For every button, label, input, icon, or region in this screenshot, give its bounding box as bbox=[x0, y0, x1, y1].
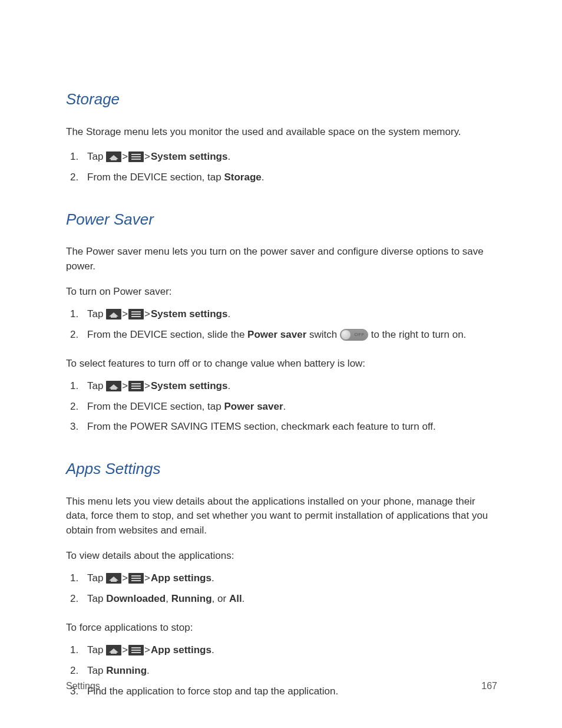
step-bold: Power saver bbox=[224, 401, 283, 412]
menu-icon bbox=[128, 573, 144, 584]
step-text: From the DEVICE section, tap bbox=[87, 401, 224, 412]
list-item: Tap > > App settings. bbox=[81, 571, 497, 586]
subintro: To force applications to stop: bbox=[66, 621, 497, 635]
step-text: Tap bbox=[87, 151, 106, 162]
step-text: Tap bbox=[87, 665, 106, 676]
subintro: To view details about the applications: bbox=[66, 549, 497, 564]
step-text: . bbox=[227, 308, 230, 319]
list-item: From the DEVICE section, slide the Power… bbox=[81, 328, 497, 342]
step-text: , or bbox=[212, 593, 229, 604]
list-item: From the POWER SAVING ITEMS section, che… bbox=[81, 420, 497, 434]
caret-right-icon: > bbox=[122, 643, 128, 658]
steps-apps-a: Tap > > App settings. Tap Downloaded, Ru… bbox=[81, 571, 497, 606]
intro-powersaver: The Power saver menu lets you turn on th… bbox=[66, 245, 497, 274]
step-bold: System settings bbox=[151, 308, 227, 319]
step-bold: Power saver bbox=[247, 329, 306, 340]
home-icon bbox=[106, 381, 121, 391]
step-text: switch bbox=[306, 329, 340, 340]
step-text: From the POWER SAVING ITEMS section, che… bbox=[87, 421, 436, 432]
step-text: Tap bbox=[87, 644, 106, 655]
list-item: Tap > > App settings. bbox=[81, 643, 497, 658]
list-item: Tap > > System settings. bbox=[81, 150, 497, 164]
home-icon bbox=[106, 573, 121, 584]
step-bold: Storage bbox=[224, 172, 261, 183]
caret-right-icon: > bbox=[144, 307, 150, 322]
list-item: Tap Running. bbox=[81, 664, 497, 678]
step-text: Tap bbox=[87, 308, 106, 319]
step-text: . bbox=[227, 380, 230, 391]
caret-right-icon: > bbox=[144, 643, 150, 658]
step-bold: App settings bbox=[151, 572, 211, 584]
heading-apps: Apps Settings bbox=[66, 458, 497, 480]
home-icon bbox=[106, 645, 121, 655]
step-text: Tap bbox=[87, 593, 106, 604]
step-bold: Running bbox=[171, 593, 212, 604]
step-text: Tap bbox=[87, 380, 106, 391]
step-text: . bbox=[211, 572, 214, 584]
heading-powersaver: Power Saver bbox=[66, 209, 497, 231]
step-bold: Downloaded bbox=[106, 593, 166, 604]
list-item: Tap > > System settings. bbox=[81, 379, 497, 394]
menu-icon bbox=[128, 381, 144, 391]
step-text: . bbox=[262, 172, 265, 183]
list-item: From the DEVICE section, tap Power saver… bbox=[81, 400, 497, 414]
step-bold: Running bbox=[106, 665, 147, 676]
toggle-off-icon: OFF bbox=[340, 329, 368, 341]
step-text: . bbox=[147, 665, 150, 676]
menu-icon bbox=[128, 645, 144, 655]
heading-storage: Storage bbox=[66, 88, 497, 111]
step-bold: App settings bbox=[151, 644, 211, 655]
footer-page: 167 bbox=[481, 679, 497, 693]
page-footer: Settings 167 bbox=[66, 679, 497, 693]
step-text: From the DEVICE section, slide the bbox=[87, 329, 247, 340]
toggle-label: OFF bbox=[354, 331, 365, 338]
step-text: to the right to turn on. bbox=[368, 329, 466, 340]
subintro: To select features to turn off or to cha… bbox=[66, 357, 497, 371]
home-icon bbox=[106, 309, 121, 319]
step-text: . bbox=[227, 151, 230, 162]
step-text: , bbox=[166, 593, 171, 604]
step-bold: System settings bbox=[151, 151, 227, 162]
menu-icon bbox=[128, 309, 144, 319]
list-item: Tap Downloaded, Running, or All. bbox=[81, 592, 497, 607]
step-text: From the DEVICE section, tap bbox=[87, 172, 224, 183]
caret-right-icon: > bbox=[122, 150, 128, 164]
caret-right-icon: > bbox=[144, 571, 150, 586]
list-item: Tap > > System settings. bbox=[81, 307, 497, 322]
caret-right-icon: > bbox=[144, 379, 150, 394]
list-item: From the DEVICE section, tap Storage. bbox=[81, 170, 497, 185]
footer-title: Settings bbox=[66, 679, 100, 693]
caret-right-icon: > bbox=[144, 150, 150, 164]
step-text: . bbox=[211, 644, 214, 655]
caret-right-icon: > bbox=[122, 307, 128, 322]
home-icon bbox=[106, 151, 121, 162]
step-text: Tap bbox=[87, 572, 106, 584]
caret-right-icon: > bbox=[122, 571, 128, 586]
step-bold: System settings bbox=[151, 380, 227, 391]
step-text: . bbox=[283, 401, 286, 412]
step-text: . bbox=[242, 593, 245, 604]
steps-storage: Tap > > System settings. From the DEVICE… bbox=[81, 150, 497, 185]
intro-apps: This menu lets you view details about th… bbox=[66, 495, 497, 538]
subintro: To turn on Power saver: bbox=[66, 285, 497, 299]
steps-powersaver-b: Tap > > System settings. From the DEVICE… bbox=[81, 379, 497, 434]
caret-right-icon: > bbox=[122, 379, 128, 394]
intro-storage: The Storage menu lets you monitor the us… bbox=[66, 125, 497, 140]
steps-powersaver-a: Tap > > System settings. From the DEVICE… bbox=[81, 307, 497, 342]
menu-icon bbox=[128, 151, 144, 162]
step-bold: All bbox=[229, 593, 242, 604]
